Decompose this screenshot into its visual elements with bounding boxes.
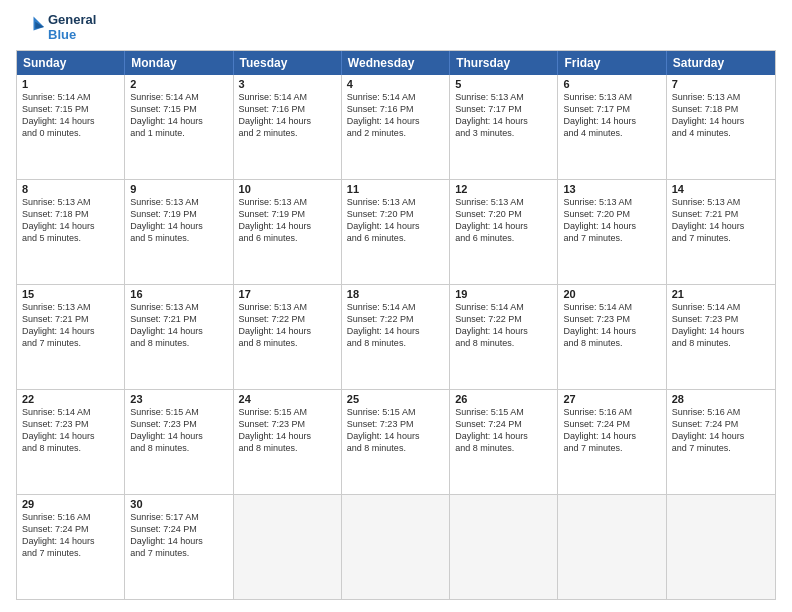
day-cell-4: 4Sunrise: 5:14 AMSunset: 7:16 PMDaylight… [342,75,450,179]
cell-line: Sunset: 7:23 PM [22,418,119,430]
cell-line: Daylight: 14 hours [672,325,770,337]
day-cell-18: 18Sunrise: 5:14 AMSunset: 7:22 PMDayligh… [342,285,450,389]
cell-line: Daylight: 14 hours [347,430,444,442]
day-cell-12: 12Sunrise: 5:13 AMSunset: 7:20 PMDayligh… [450,180,558,284]
empty-cell [558,495,666,599]
cell-line: Sunrise: 5:14 AM [22,91,119,103]
day-cell-23: 23Sunrise: 5:15 AMSunset: 7:23 PMDayligh… [125,390,233,494]
day-cell-8: 8Sunrise: 5:13 AMSunset: 7:18 PMDaylight… [17,180,125,284]
cell-line: Daylight: 14 hours [455,220,552,232]
day-number: 13 [563,183,660,195]
header-cell-friday: Friday [558,51,666,75]
day-number: 8 [22,183,119,195]
cell-line: Sunset: 7:17 PM [455,103,552,115]
cell-line: Daylight: 14 hours [239,220,336,232]
cell-line: Daylight: 14 hours [22,220,119,232]
cell-line: Daylight: 14 hours [347,220,444,232]
cell-line: Sunrise: 5:14 AM [22,406,119,418]
day-number: 24 [239,393,336,405]
day-number: 20 [563,288,660,300]
cell-line: Sunrise: 5:14 AM [563,301,660,313]
cell-line: Sunrise: 5:17 AM [130,511,227,523]
day-number: 7 [672,78,770,90]
day-number: 4 [347,78,444,90]
day-cell-5: 5Sunrise: 5:13 AMSunset: 7:17 PMDaylight… [450,75,558,179]
cell-line: Sunrise: 5:15 AM [347,406,444,418]
day-cell-16: 16Sunrise: 5:13 AMSunset: 7:21 PMDayligh… [125,285,233,389]
cell-line: and 0 minutes. [22,127,119,139]
day-number: 30 [130,498,227,510]
day-number: 27 [563,393,660,405]
cell-line: Sunset: 7:22 PM [455,313,552,325]
day-number: 15 [22,288,119,300]
calendar-body: 1Sunrise: 5:14 AMSunset: 7:15 PMDaylight… [17,75,775,599]
day-number: 29 [22,498,119,510]
cell-line: Sunrise: 5:16 AM [563,406,660,418]
cell-line: and 7 minutes. [130,547,227,559]
cell-line: Daylight: 14 hours [563,325,660,337]
empty-cell [667,495,775,599]
logo: General Blue [16,12,96,42]
cell-line: and 8 minutes. [130,337,227,349]
day-cell-29: 29Sunrise: 5:16 AMSunset: 7:24 PMDayligh… [17,495,125,599]
cell-line: Sunrise: 5:16 AM [672,406,770,418]
calendar-header-row: SundayMondayTuesdayWednesdayThursdayFrid… [17,51,775,75]
cell-line: Sunrise: 5:13 AM [239,301,336,313]
cell-line: Sunset: 7:24 PM [130,523,227,535]
cell-line: Sunset: 7:21 PM [130,313,227,325]
cell-line: and 3 minutes. [455,127,552,139]
page: General Blue SundayMondayTuesdayWednesda… [0,0,792,612]
day-number: 18 [347,288,444,300]
cell-line: Sunset: 7:24 PM [672,418,770,430]
cell-line: Sunset: 7:20 PM [347,208,444,220]
day-cell-20: 20Sunrise: 5:14 AMSunset: 7:23 PMDayligh… [558,285,666,389]
day-cell-19: 19Sunrise: 5:14 AMSunset: 7:22 PMDayligh… [450,285,558,389]
calendar: SundayMondayTuesdayWednesdayThursdayFrid… [16,50,776,600]
cell-line: and 5 minutes. [22,232,119,244]
cell-line: Daylight: 14 hours [455,115,552,127]
day-number: 11 [347,183,444,195]
empty-cell [234,495,342,599]
day-number: 3 [239,78,336,90]
cell-line: Sunrise: 5:13 AM [347,196,444,208]
cell-line: Sunset: 7:15 PM [130,103,227,115]
cell-line: and 4 minutes. [563,127,660,139]
empty-cell [342,495,450,599]
cell-line: and 7 minutes. [22,337,119,349]
cell-line: Daylight: 14 hours [130,535,227,547]
cell-line: Sunrise: 5:14 AM [347,91,444,103]
cell-line: Sunset: 7:20 PM [455,208,552,220]
day-cell-9: 9Sunrise: 5:13 AMSunset: 7:19 PMDaylight… [125,180,233,284]
day-cell-30: 30Sunrise: 5:17 AMSunset: 7:24 PMDayligh… [125,495,233,599]
day-number: 26 [455,393,552,405]
cell-line: Sunrise: 5:13 AM [22,196,119,208]
cell-line: Sunset: 7:21 PM [672,208,770,220]
day-number: 9 [130,183,227,195]
header-cell-saturday: Saturday [667,51,775,75]
cell-line: Sunrise: 5:15 AM [130,406,227,418]
cell-line: and 4 minutes. [672,127,770,139]
cell-line: Daylight: 14 hours [22,115,119,127]
cell-line: Sunset: 7:19 PM [130,208,227,220]
cell-line: Daylight: 14 hours [130,430,227,442]
day-number: 25 [347,393,444,405]
cell-line: Sunrise: 5:13 AM [563,196,660,208]
day-number: 23 [130,393,227,405]
cell-line: Sunrise: 5:14 AM [239,91,336,103]
cell-line: and 7 minutes. [563,232,660,244]
cell-line: Sunset: 7:18 PM [672,103,770,115]
cell-line: and 2 minutes. [347,127,444,139]
day-cell-10: 10Sunrise: 5:13 AMSunset: 7:19 PMDayligh… [234,180,342,284]
cell-line: and 7 minutes. [22,547,119,559]
cell-line: Daylight: 14 hours [563,220,660,232]
day-number: 1 [22,78,119,90]
calendar-row-5: 29Sunrise: 5:16 AMSunset: 7:24 PMDayligh… [17,494,775,599]
cell-line: Sunrise: 5:14 AM [347,301,444,313]
cell-line: Sunset: 7:24 PM [455,418,552,430]
cell-line: Sunset: 7:16 PM [347,103,444,115]
day-number: 12 [455,183,552,195]
day-number: 16 [130,288,227,300]
cell-line: Daylight: 14 hours [347,325,444,337]
cell-line: Daylight: 14 hours [130,115,227,127]
cell-line: Daylight: 14 hours [672,220,770,232]
